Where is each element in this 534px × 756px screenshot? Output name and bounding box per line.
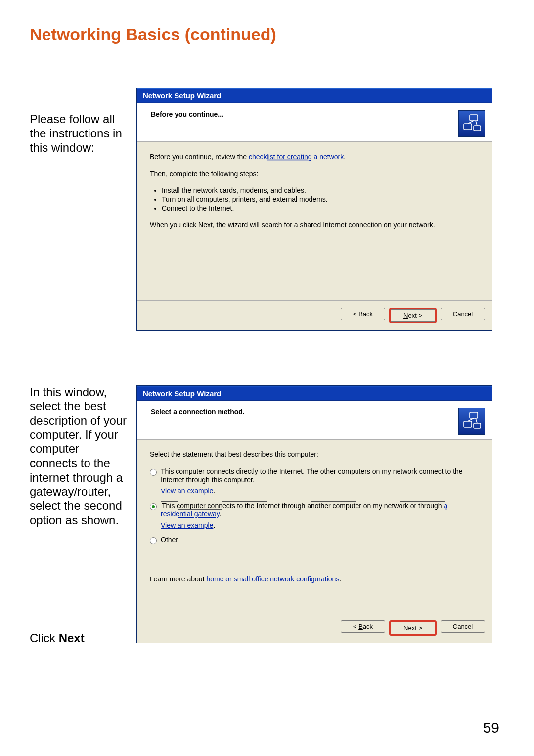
- svg-line-9: [476, 418, 477, 423]
- section-1-sidetext: Please follow all the instructions in th…: [30, 88, 128, 155]
- bullet-item: Connect to the Internet.: [162, 204, 479, 212]
- next-button-highlight: Next >: [389, 308, 437, 323]
- dialog-1: Network Setup Wizard Before you continue…: [136, 88, 492, 331]
- svg-rect-2: [474, 126, 481, 131]
- radio-3[interactable]: [150, 537, 157, 544]
- cancel-button[interactable]: Cancel: [441, 308, 485, 320]
- svg-rect-0: [470, 115, 478, 121]
- radio-1[interactable]: [150, 469, 157, 476]
- svg-line-8: [468, 418, 474, 421]
- dialog-2-body: Select the statement that best describes…: [137, 440, 492, 613]
- svg-line-3: [468, 121, 474, 124]
- learn-more-row: Learn more about home or small office ne…: [150, 575, 479, 583]
- network-devices-icon: [458, 110, 485, 137]
- section-1: Please follow all the instructions in th…: [30, 88, 504, 331]
- radio-1-label: This computer connects directly to the I…: [161, 467, 479, 484]
- dialog-1-body: Before you continue, review the checklis…: [137, 142, 492, 300]
- dialog-2-select: Select the statement that best describes…: [150, 450, 479, 458]
- dialog-1-intro: Before you continue, review the checklis…: [150, 153, 479, 161]
- view-example-link-2[interactable]: View an example: [161, 521, 213, 529]
- cancel-button[interactable]: Cancel: [441, 620, 485, 633]
- radio-option-1[interactable]: This computer connects directly to the I…: [150, 467, 479, 485]
- dialog-1-after: When you click Next, the wizard will sea…: [150, 221, 479, 229]
- dialog-2-titlebar: Network Setup Wizard: [137, 386, 492, 401]
- dialog-2-footer: < Back Next > Cancel: [137, 613, 492, 643]
- dialog-2-header-text: Select a connection method.: [151, 408, 245, 416]
- dialog-1-titlebar: Network Setup Wizard: [137, 88, 492, 103]
- radio-2-label: This computer connects to the Internet t…: [161, 502, 479, 519]
- dialog-1-bullets: Install the network cards, modems, and c…: [162, 186, 479, 212]
- svg-rect-6: [464, 421, 472, 427]
- dialog-1-header-text: Before you continue...: [151, 110, 223, 118]
- dialog-1-header: Before you continue...: [137, 103, 492, 142]
- radio-option-3[interactable]: Other: [150, 536, 479, 545]
- click-next-label: Click Next: [30, 631, 128, 646]
- dialog-1-then: Then, complete the following steps:: [150, 170, 479, 178]
- residential-gateway-link[interactable]: a residential gateway: [161, 502, 447, 518]
- radio-2[interactable]: [150, 503, 157, 510]
- svg-rect-7: [474, 423, 481, 428]
- page-number: 59: [483, 719, 499, 736]
- svg-rect-5: [470, 412, 478, 418]
- radio-option-2[interactable]: This computer connects to the Internet t…: [150, 502, 479, 520]
- section-2-sidetext: In this window, select the best descript…: [30, 385, 128, 528]
- section-2: In this window, select the best descript…: [30, 385, 504, 646]
- svg-rect-1: [464, 124, 472, 130]
- svg-line-4: [476, 121, 477, 126]
- dialog-2-header: Select a connection method.: [137, 401, 492, 440]
- next-button-highlight: Next >: [389, 620, 437, 636]
- back-button[interactable]: < Back: [341, 308, 385, 320]
- back-button[interactable]: < Back: [341, 620, 385, 633]
- page-title: Networking Basics (continued): [30, 25, 504, 44]
- dialog-2: Network Setup Wizard Select a connection…: [136, 385, 492, 643]
- checklist-link[interactable]: checklist for creating a network: [249, 153, 344, 161]
- dialog-1-footer: < Back Next > Cancel: [137, 300, 492, 330]
- section-2-sidecol: In this window, select the best descript…: [30, 385, 128, 646]
- next-button[interactable]: Next >: [391, 309, 435, 322]
- network-devices-icon: [458, 408, 485, 435]
- learn-more-link[interactable]: home or small office network configurati…: [206, 575, 339, 583]
- radio-3-label: Other: [161, 536, 178, 544]
- bullet-item: Install the network cards, modems, and c…: [162, 186, 479, 194]
- bullet-item: Turn on all computers, printers, and ext…: [162, 195, 479, 203]
- next-button[interactable]: Next >: [391, 622, 435, 634]
- view-example-link-1[interactable]: View an example: [161, 487, 213, 495]
- radio-group: This computer connects directly to the I…: [150, 467, 479, 545]
